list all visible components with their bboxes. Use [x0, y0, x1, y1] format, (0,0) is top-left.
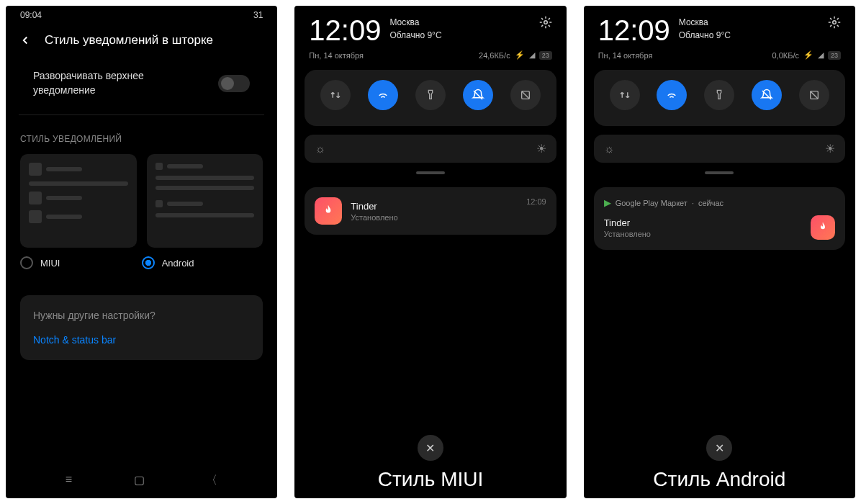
nav-home-icon[interactable]: ▢ — [134, 473, 145, 488]
notif-sub: Установлено — [351, 213, 518, 222]
net-speed: 0,0КБ/с — [772, 51, 798, 60]
qs-screenshot-icon[interactable] — [510, 80, 541, 110]
qs-dnd-icon[interactable] — [752, 80, 782, 110]
shade-header: 12:09 Москва Облачно 9°С — [294, 6, 566, 49]
settings-icon[interactable] — [539, 16, 552, 29]
qs-data-icon[interactable] — [610, 80, 640, 110]
status-battery: 31 — [253, 10, 263, 20]
qs-data-icon[interactable] — [320, 80, 351, 110]
bluetooth-icon: ⚡ — [515, 50, 525, 60]
settings-icon[interactable] — [828, 16, 841, 29]
drag-handle[interactable] — [416, 171, 445, 174]
quick-settings — [594, 70, 845, 126]
net-speed: 24,6КБ/с — [479, 51, 510, 60]
qs-wifi-icon[interactable] — [368, 80, 398, 110]
status-bar: 09:04 31 — [6, 6, 277, 24]
notification-tinder[interactable]: ▶ Google Play Маркет · сейчас Tinder Уст… — [594, 187, 845, 250]
notif-title: Tinder — [351, 201, 518, 212]
back-icon[interactable] — [19, 34, 32, 47]
signal-icon: ◢ — [529, 50, 535, 60]
notch-status-link[interactable]: Notch & status bar — [33, 334, 250, 346]
radio-miui[interactable]: MIUI — [20, 256, 142, 269]
bluetooth-icon: ⚡ — [803, 50, 813, 60]
brightness-low-icon: ☼ — [315, 143, 325, 156]
quick-settings — [305, 70, 556, 126]
date-row: Пн, 14 октября 24,6КБ/с ⚡ ◢ 23 — [294, 49, 566, 66]
more-question: Нужны другие настройки? — [33, 310, 250, 321]
status-time: 09:04 — [20, 10, 42, 20]
notif-time: 12:09 — [526, 197, 546, 206]
qs-flashlight-icon[interactable] — [704, 80, 734, 110]
date: Пн, 14 октября — [309, 51, 364, 60]
brightness-low-icon: ☼ — [604, 143, 615, 156]
expand-top-notification-row[interactable]: Разворачивать верхнее уведомление — [19, 62, 264, 115]
radio-label: Android — [162, 258, 194, 269]
dot: · — [692, 199, 694, 207]
phone-android-shade: 12:09 Москва Облачно 9°С Пн, 14 октября … — [584, 6, 855, 498]
weather: Облачно 9°С — [679, 29, 731, 42]
clear-all-button[interactable]: ✕ — [418, 435, 443, 461]
clock: 12:09 — [598, 16, 670, 45]
brightness-high-icon: ☀ — [825, 142, 835, 156]
page-title: Стиль уведомлений в шторке — [45, 33, 213, 48]
qs-flashlight-icon[interactable] — [415, 80, 446, 110]
notif-source: Google Play Маркет — [616, 199, 688, 207]
radio-icon — [142, 256, 155, 269]
weather: Облачно 9°С — [389, 29, 441, 42]
android-preview[interactable] — [147, 154, 263, 248]
caption: Стиль Android — [584, 468, 855, 498]
brightness-high-icon: ☀ — [536, 142, 546, 156]
date: Пн, 14 октября — [598, 51, 653, 60]
signal-icon: ◢ — [818, 50, 824, 60]
toggle-switch[interactable] — [218, 75, 250, 92]
brightness-slider[interactable]: ☼ ☀ — [305, 135, 556, 163]
style-radio-group: MIUI Android — [6, 248, 277, 278]
section-label: СТИЛЬ УВЕДОМЛЕНИЙ — [6, 115, 277, 154]
drag-handle[interactable] — [705, 171, 734, 174]
svg-point-2 — [833, 21, 837, 24]
radio-android[interactable]: Android — [142, 256, 263, 269]
svg-point-0 — [544, 21, 547, 24]
battery-badge: 23 — [828, 51, 841, 60]
notification-tinder[interactable]: Tinder Установлено 12:09 — [305, 187, 556, 235]
nav-back-icon[interactable]: 〈 — [206, 473, 217, 488]
radio-icon — [20, 256, 33, 269]
qs-dnd-icon[interactable] — [463, 80, 493, 110]
notif-sub: Установлено — [604, 230, 651, 238]
nav-bar: ≡ ▢ 〈 — [6, 463, 277, 498]
location: Москва — [389, 16, 441, 29]
settings-header: Стиль уведомлений в шторке — [6, 24, 277, 62]
miui-preview[interactable] — [20, 154, 137, 248]
more-settings-card: Нужны другие настройки? Notch & status b… — [20, 295, 263, 360]
caption: Стиль MIUI — [294, 468, 566, 498]
shade-header: 12:09 Москва Облачно 9°С — [584, 6, 855, 49]
location: Москва — [679, 16, 731, 29]
tinder-icon — [811, 215, 835, 240]
phone-miui-shade: 12:09 Москва Облачно 9°С Пн, 14 октября … — [294, 6, 566, 498]
nav-recents-icon[interactable]: ≡ — [66, 473, 72, 488]
qs-screenshot-icon[interactable] — [799, 80, 829, 110]
notif-title: Tinder — [604, 217, 651, 228]
date-row: Пн, 14 октября 0,0КБ/с ⚡ ◢ 23 — [584, 49, 855, 66]
toggle-label: Разворачивать верхнее уведомление — [33, 69, 177, 97]
brightness-slider[interactable]: ☼ ☀ — [594, 135, 845, 163]
radio-label: MIUI — [40, 258, 60, 269]
qs-wifi-icon[interactable] — [657, 80, 687, 110]
clock: 12:09 — [309, 16, 381, 45]
tinder-icon — [315, 197, 342, 225]
clear-all-button[interactable]: ✕ — [706, 435, 732, 461]
battery-badge: 23 — [539, 51, 552, 60]
play-store-icon: ▶ — [604, 197, 611, 208]
notif-source-time: сейчас — [698, 199, 723, 207]
phone-settings: 09:04 31 Стиль уведомлений в шторке Разв… — [6, 6, 277, 498]
style-previews — [6, 154, 277, 248]
